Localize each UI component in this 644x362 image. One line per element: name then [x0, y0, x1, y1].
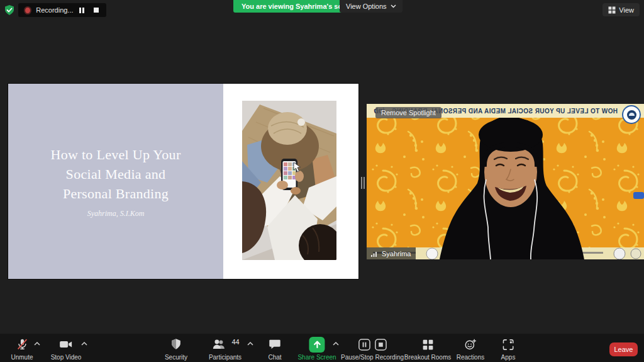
participant-video: HOW TO LEVEL UP YOUR SOCIAL MEDIA AND PE… — [367, 104, 644, 259]
pause-recording-icon[interactable] — [78, 6, 87, 15]
microphone-muted-icon — [15, 337, 29, 351]
participant-name-tag: Syahrima — [367, 247, 416, 259]
share-screen-icon — [309, 337, 325, 353]
view-options-button[interactable]: View Options — [340, 0, 402, 13]
pause-recording-icon — [357, 338, 370, 351]
participants-count: 44 — [231, 337, 239, 346]
pane-resize-handle[interactable] — [361, 177, 366, 189]
share-screen-button[interactable]: Share Screen — [297, 337, 336, 361]
unmute-button[interactable]: Unmute — [11, 337, 33, 361]
breakout-rooms-button[interactable]: Breakout Rooms — [404, 337, 451, 361]
unmute-options-chevron[interactable] — [33, 341, 41, 346]
security-shield-icon — [169, 337, 183, 351]
reactions-smiley-icon — [464, 337, 477, 351]
slide-subtitle: Syahrima, S.I.Kom — [87, 209, 145, 218]
participants-icon — [211, 337, 227, 351]
encryption-shield-icon — [4, 4, 15, 16]
slide-title: How to Level Up Your Social Media and Pe… — [50, 145, 180, 203]
recording-label: Recording... — [36, 6, 73, 14]
shared-screen-slide: How to Level Up Your Social Media and Pe… — [8, 84, 358, 279]
participant-name: Syahrima — [382, 250, 411, 257]
leave-button[interactable]: Leave — [609, 342, 638, 356]
video-scene — [367, 104, 644, 259]
security-button[interactable]: Security — [165, 337, 187, 361]
event-logo-icon — [622, 105, 641, 124]
meeting-toolbar: Unmute Stop Video Security — [0, 334, 644, 362]
recording-dot-icon — [24, 6, 31, 14]
chat-bubble-icon — [268, 337, 282, 351]
stop-video-button[interactable]: Stop Video — [51, 337, 82, 361]
chat-button[interactable]: Chat — [268, 337, 282, 361]
participants-options-chevron[interactable] — [247, 341, 254, 346]
share-options-chevron[interactable] — [332, 341, 340, 346]
slide-title-panel: How to Level Up Your Social Media and Pe… — [8, 84, 223, 279]
recording-indicator: Recording... — [18, 3, 106, 17]
view-button-label: View — [619, 6, 634, 14]
chevron-down-icon — [391, 4, 396, 8]
remove-spotlight-button[interactable]: Remove Spotlight — [375, 107, 441, 118]
view-options-label: View Options — [346, 3, 387, 10]
reactions-button[interactable]: Reactions — [457, 337, 484, 361]
view-button[interactable]: View — [602, 3, 640, 16]
stop-recording-icon[interactable] — [92, 6, 101, 15]
apps-icon — [501, 338, 514, 351]
breakout-rooms-icon — [421, 338, 434, 351]
camera-icon — [58, 337, 74, 351]
grid-view-icon — [608, 6, 616, 14]
slide-image-panel — [223, 84, 358, 279]
pause-stop-recording-button[interactable]: Pause/Stop Recording — [341, 337, 404, 361]
video-options-chevron[interactable] — [80, 341, 88, 346]
stop-recording-square-icon — [374, 338, 387, 351]
audio-level-icon — [370, 250, 379, 257]
apps-button[interactable]: Apps — [501, 337, 516, 361]
slide-photo — [242, 101, 336, 260]
participants-button[interactable]: 44 Participants — [209, 337, 242, 361]
